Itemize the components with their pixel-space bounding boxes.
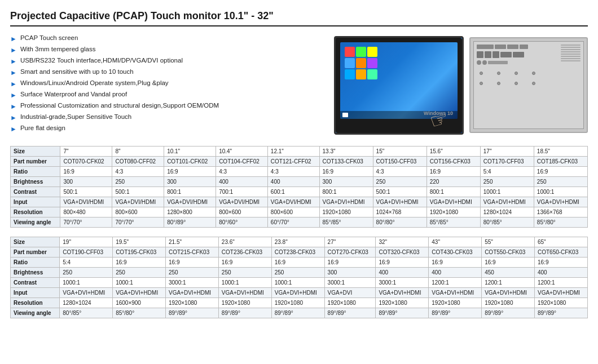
- cell-value: VGA+DVI+HDMI: [218, 288, 271, 298]
- table-row: InputVGA+DVI/HDMIVGA+DVI/HDMIVGA+DVI/HDM…: [11, 197, 588, 207]
- cell-value: 85°/85°: [426, 217, 480, 228]
- cell-value: 1000:1: [113, 278, 166, 288]
- row-label: Input: [11, 197, 60, 207]
- cell-value: 23.6": [218, 237, 271, 247]
- table1-wrapper: Size7"8"10.1"10.4"12.1"13.3"15"15.6"17"1…: [10, 146, 588, 228]
- cell-value: 19.5": [113, 237, 166, 247]
- cell-value: VGA+DVI+HDMI: [373, 197, 426, 207]
- feature-text: PCAP Touch screen: [20, 34, 78, 41]
- cell-value: 16:9: [482, 258, 535, 268]
- cell-value: 250: [373, 177, 426, 187]
- feature-item: ►Smart and sensitive with up to 10 touch: [10, 68, 323, 77]
- cell-value: 27": [324, 237, 376, 247]
- top-section: ►PCAP Touch screen►With 3mm tempered gla…: [10, 34, 588, 136]
- images-section: Windows 10 ☞: [334, 34, 588, 136]
- feature-text: Industrial-grade,Super Sensitive Touch: [20, 113, 131, 120]
- cell-value: 55": [482, 237, 535, 247]
- row-label: Contrast: [11, 278, 60, 288]
- cell-value: 300: [60, 177, 112, 187]
- cell-value: 250: [60, 268, 113, 278]
- cell-value: 1280×1024: [480, 207, 534, 217]
- row-label: Part number: [11, 157, 60, 167]
- cell-value: 10.4": [216, 147, 268, 157]
- cell-value: VGA+DVI+HDMI: [429, 288, 482, 298]
- monitor-back-image: [469, 37, 588, 133]
- row-label: Size: [11, 147, 60, 157]
- cell-value: 250: [271, 268, 324, 278]
- feature-item: ►Industrial-grade,Super Sensitive Touch: [10, 113, 323, 122]
- arrow-icon: ►: [10, 103, 17, 110]
- monitor-front-image: Windows 10 ☞: [334, 36, 464, 135]
- cell-value: 3000:1: [166, 278, 219, 288]
- table-row: Part numberCOT070-CFK02COT080-CFF02COT10…: [11, 157, 588, 167]
- cell-value: 500:1: [112, 187, 164, 197]
- cell-value: 65": [534, 237, 587, 247]
- cell-value: VGA+DVI/HDMI: [60, 197, 112, 207]
- cell-value: 1600×900: [113, 298, 166, 308]
- cell-value: 3000:1: [324, 278, 376, 288]
- table2-wrapper: Size19"19.5"21.5"23.6"23.8"27"32"43"55"6…: [10, 237, 588, 318]
- cell-value: COT101-CFK02: [164, 157, 216, 167]
- cell-value: 16:9: [60, 167, 112, 177]
- cell-value: 1366×768: [534, 207, 587, 217]
- cell-value: 89°/89°: [166, 308, 219, 318]
- feature-text: Windows/Linux/Android Operate system,Plu…: [20, 79, 169, 86]
- table-row: Resolution800×480800×6001280×800800×6008…: [11, 207, 588, 217]
- cell-value: 250: [113, 268, 166, 278]
- cell-value: 400: [429, 268, 482, 278]
- cell-value: VGA+DVI+HDMI: [480, 197, 534, 207]
- table-row: Ratio16:94:316:94:34:316:94:316:95:416:9: [11, 167, 588, 177]
- table-row: Viewing angle70°/70°70°/70°80°/89°80°/60…: [11, 217, 588, 228]
- cell-value: 16:9: [376, 258, 429, 268]
- cell-value: VGA+DVI+HDMI: [166, 288, 219, 298]
- cell-value: 19": [60, 237, 113, 247]
- cell-value: 89°/89°: [482, 308, 535, 318]
- table-row: InputVGA+DVI+HDMIVGA+DVI+HDMIVGA+DVI+HDM…: [11, 288, 588, 298]
- cell-value: 7": [60, 147, 112, 157]
- row-label: Brightness: [11, 177, 60, 187]
- cell-value: 1200:1: [534, 278, 587, 288]
- table-row: Size7"8"10.1"10.4"12.1"13.3"15"15.6"17"1…: [11, 147, 588, 157]
- cell-value: 16:9: [271, 258, 324, 268]
- cell-value: 10.1": [164, 147, 216, 157]
- cell-value: 43": [429, 237, 482, 247]
- cell-value: 700:1: [216, 187, 268, 197]
- cell-value: 220: [426, 177, 480, 187]
- cell-value: 800:1: [319, 187, 373, 197]
- table-row: Contrast500:1500:1800:1700:1600:1800:150…: [11, 187, 588, 197]
- cell-value: COT133-CFK03: [319, 157, 373, 167]
- row-label: Viewing angle: [11, 217, 60, 228]
- cell-value: 300: [319, 177, 373, 187]
- table-row: Contrast1000:11000:13000:11000:11000:130…: [11, 278, 588, 288]
- cell-value: COT270-CFK03: [324, 247, 376, 258]
- cell-value: 1920×1080: [324, 298, 376, 308]
- cell-value: 16:9: [534, 258, 587, 268]
- cell-value: 16:9: [166, 258, 219, 268]
- arrow-icon: ►: [10, 114, 17, 122]
- cell-value: VGA+DVI+HDMI: [482, 288, 535, 298]
- cell-value: 16:9: [218, 258, 271, 268]
- arrow-icon: ►: [10, 46, 17, 54]
- cell-value: 400: [376, 268, 429, 278]
- table-row: Resolution1280×10241600×9001920×10801920…: [11, 298, 588, 308]
- row-label: Resolution: [11, 207, 60, 217]
- cell-value: 4:3: [373, 167, 426, 177]
- feature-item: ►With 3mm tempered glass: [10, 46, 323, 54]
- cell-value: COT650-CFK03: [534, 247, 587, 258]
- cell-value: 1200:1: [482, 278, 535, 288]
- cell-value: VGA+DVI+HDMI: [60, 288, 113, 298]
- cell-value: VGA+DVI/HDMI: [267, 197, 319, 207]
- cell-value: COT170-CFF03: [480, 157, 534, 167]
- cell-value: 250: [112, 177, 164, 187]
- row-label: Contrast: [11, 187, 60, 197]
- row-label: Size: [11, 237, 60, 247]
- cell-value: 1920×1080: [166, 298, 219, 308]
- cell-value: 17": [480, 147, 534, 157]
- cell-value: 16:9: [324, 258, 376, 268]
- feature-text: USB/RS232 Touch interface,HDMI/DP/VGA/DV…: [20, 57, 183, 64]
- cell-value: 13.3": [319, 147, 373, 157]
- arrow-icon: ►: [10, 35, 17, 43]
- cell-value: 1920×1080: [271, 298, 324, 308]
- feature-text: Surface Waterproof and Vandal proof: [20, 91, 127, 97]
- cell-value: 800:1: [164, 187, 216, 197]
